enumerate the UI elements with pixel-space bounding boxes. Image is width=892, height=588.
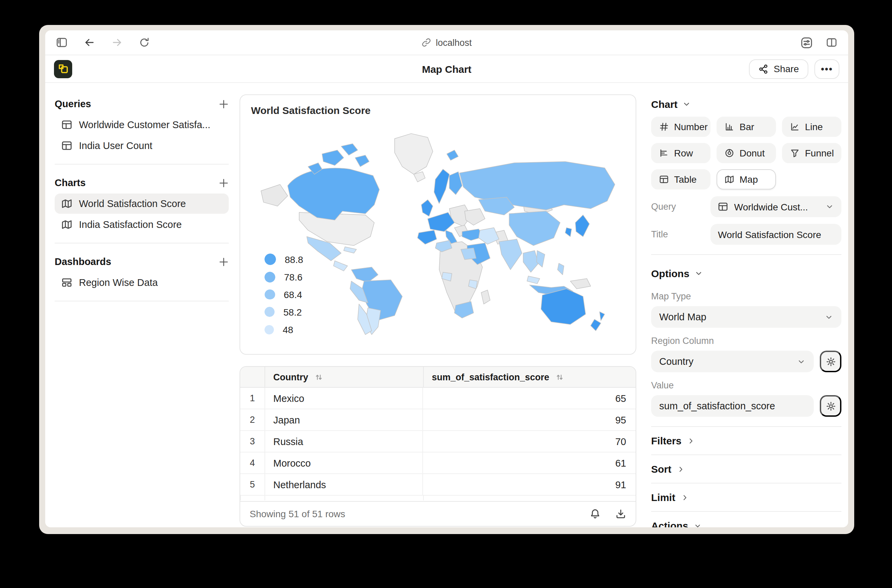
add-chart-button[interactable]	[219, 178, 229, 188]
limit-section-header[interactable]: Limit	[651, 483, 841, 511]
table-icon	[62, 140, 72, 151]
chevron-right-icon	[687, 436, 695, 445]
table-icon	[718, 202, 728, 212]
window-chrome: localhost Map Chart Share	[45, 30, 848, 527]
table-row[interactable]: 5 Netherlands 91	[240, 474, 636, 496]
region-column-label: Region Column	[651, 336, 841, 346]
chart-type-row[interactable]: Row	[651, 143, 710, 163]
share-button[interactable]: Share	[749, 59, 808, 78]
chart-type-map[interactable]: Map	[717, 169, 776, 189]
page-settings-icon[interactable]	[801, 37, 812, 48]
split-view-icon[interactable]	[826, 37, 837, 48]
add-query-button[interactable]	[219, 99, 229, 109]
dashboard-icon	[62, 277, 72, 288]
filters-section-header[interactable]: Filters	[651, 427, 841, 454]
share-icon	[758, 64, 768, 74]
title-label: Title	[651, 229, 710, 239]
title-input[interactable]: World Satisfaction Score	[710, 224, 841, 245]
chart-options-panel: Chart Number Bar Line Row Donut Funnel T…	[651, 83, 848, 527]
table-icon	[62, 119, 72, 130]
chevron-down-icon	[694, 269, 703, 278]
sort-icon[interactable]	[314, 372, 323, 381]
download-icon[interactable]	[615, 508, 626, 519]
queries-section-title: Queries	[55, 99, 91, 109]
chart-section-header[interactable]: Chart	[651, 94, 841, 114]
url-text: localhost	[436, 38, 472, 48]
value-label: Value	[651, 380, 841, 390]
actions-section-header[interactable]: Actions	[651, 512, 841, 527]
gear-icon	[826, 401, 836, 411]
legend-dot	[265, 272, 275, 282]
region-column-select[interactable]: Country	[651, 351, 814, 372]
table-row[interactable]: 2 Japan 95	[240, 409, 636, 431]
row-chart-icon	[659, 148, 669, 158]
chevron-down-icon	[825, 202, 834, 211]
world-choropleth-map[interactable]: 88.8 78.6 68.4	[247, 121, 629, 350]
query-label: Query	[651, 202, 710, 212]
chart-type-table[interactable]: Table	[651, 169, 710, 189]
sort-section-header[interactable]: Sort	[651, 455, 841, 483]
address-bar[interactable]: localhost	[422, 38, 472, 48]
table-row[interactable]: 1 Mexico 65	[240, 388, 636, 409]
gear-icon	[826, 356, 836, 366]
divider	[55, 243, 229, 243]
divider	[55, 301, 229, 302]
funnel-chart-icon	[790, 148, 800, 158]
hash-icon	[659, 122, 669, 132]
legend-item: 48	[265, 324, 303, 335]
sidebar-toggle-icon[interactable]	[56, 37, 68, 48]
browser-toolbar: localhost	[45, 30, 848, 55]
table-footer: Showing 51 of 51 rows	[240, 501, 636, 526]
browser-window: localhost Map Chart Share	[39, 25, 854, 534]
legend-dot	[265, 254, 276, 265]
reload-icon[interactable]	[139, 37, 150, 48]
sidebar: Queries Worldwide Customer Satisfa... In…	[45, 83, 239, 527]
sidebar-item-query[interactable]: India User Count	[55, 135, 229, 156]
chart-card: World Satisfaction Score	[239, 94, 636, 355]
chart-type-bar[interactable]: Bar	[717, 117, 776, 137]
region-settings-button[interactable]	[820, 351, 841, 372]
app-logo[interactable]	[54, 60, 72, 78]
divider	[55, 164, 229, 165]
chart-type-line[interactable]: Line	[782, 117, 841, 137]
chart-type-funnel[interactable]: Funnel	[782, 143, 841, 163]
charts-section-title: Charts	[55, 177, 86, 188]
chevron-down-icon	[797, 357, 806, 366]
value-select[interactable]: sum_of_satisfaction_score	[651, 395, 814, 417]
sort-icon[interactable]	[555, 372, 564, 381]
sidebar-item-dashboard[interactable]: Region Wise Data	[55, 272, 229, 292]
row-count-text: Showing 51 of 51 rows	[250, 508, 345, 519]
sidebar-item-chart[interactable]: India Satisfaction Score	[55, 214, 229, 235]
chart-type-donut[interactable]: Donut	[717, 143, 776, 163]
legend-item: 78.6	[265, 271, 303, 282]
more-button[interactable]: •••	[814, 59, 839, 78]
chart-title: World Satisfaction Score	[251, 105, 625, 116]
app-header: Map Chart Share •••	[45, 55, 848, 83]
table-header-row: Country sum_of_satisfaction_score	[240, 367, 636, 388]
bell-icon[interactable]	[590, 508, 600, 519]
table-row[interactable]: 4 Morocco 61	[240, 453, 636, 474]
score-column-header[interactable]: sum_of_satisfaction_score	[423, 367, 636, 387]
back-icon[interactable]	[84, 37, 95, 48]
map-icon	[62, 198, 72, 209]
query-select[interactable]: Worldwide Cust...	[710, 196, 841, 217]
chart-type-number[interactable]: Number	[651, 117, 710, 137]
map-type-select[interactable]: World Map	[651, 306, 841, 328]
table-row[interactable]: 3 Russia 70	[240, 431, 636, 453]
map-icon	[62, 219, 72, 230]
options-section-header[interactable]: Options	[651, 263, 841, 283]
value-settings-button[interactable]	[820, 395, 841, 417]
screen: localhost Map Chart Share	[0, 0, 892, 588]
country-column-header[interactable]: Country	[265, 367, 423, 387]
sidebar-item-query[interactable]: Worldwide Customer Satisfa...	[55, 115, 229, 135]
legend-item: 88.8	[265, 254, 303, 265]
link-icon	[422, 38, 431, 47]
forward-icon[interactable]	[111, 37, 123, 48]
sidebar-item-chart-selected[interactable]: World Satisfaction Score	[55, 194, 229, 214]
divider	[651, 254, 841, 255]
main-area: World Satisfaction Score	[239, 83, 651, 527]
page-title: Map Chart	[422, 63, 472, 75]
map-icon	[725, 175, 734, 184]
results-table: Country sum_of_satisfaction_score 1 Mexi…	[239, 366, 636, 526]
add-dashboard-button[interactable]	[219, 256, 229, 267]
